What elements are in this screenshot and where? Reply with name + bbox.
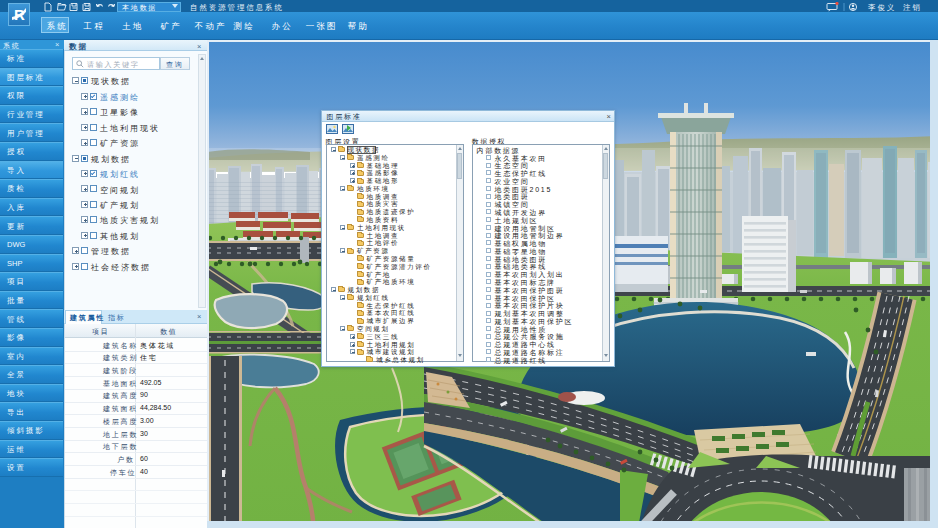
svg-text:R: R <box>14 6 25 23</box>
